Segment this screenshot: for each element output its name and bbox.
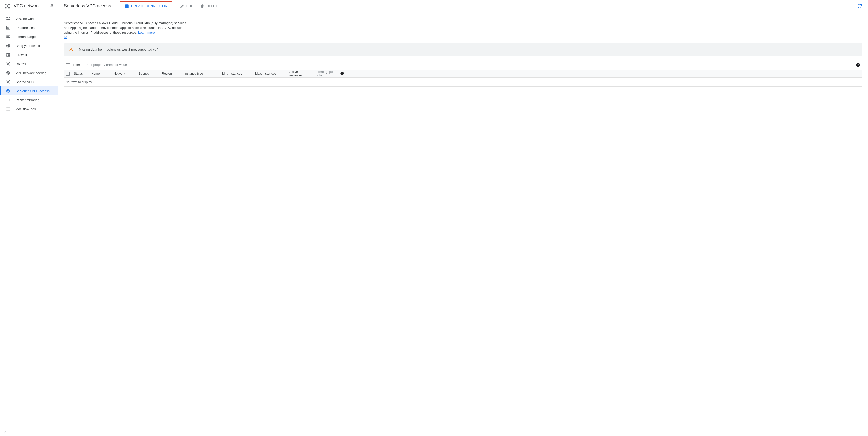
svg-rect-3: [8, 7, 9, 8]
svg-rect-12: [6, 55, 7, 56]
sidebar-item-label: VPC networks: [16, 17, 36, 21]
svg-rect-5: [6, 17, 8, 18]
svg-rect-14: [6, 56, 10, 57]
sidebar: VPC network VPC networks IP addresses In…: [0, 0, 58, 436]
create-connector-button[interactable]: Create Connector: [122, 2, 170, 10]
sidebar-item-label: Shared VPC: [16, 80, 34, 84]
ip-icon: [5, 25, 10, 30]
sidebar-item-serverless-vpc-access[interactable]: Serverless VPC access: [0, 86, 58, 95]
column-active-instances[interactable]: Active instances: [289, 70, 317, 77]
svg-rect-16: [6, 109, 10, 109]
svg-rect-4: [6, 5, 8, 7]
sidebar-item-shared-vpc[interactable]: Shared VPC: [0, 77, 58, 86]
packet-mirroring-icon: [5, 97, 10, 102]
page-title: Serverless VPC access: [64, 3, 111, 8]
sidebar-item-vpc-networks[interactable]: VPC networks: [0, 14, 58, 23]
column-max-instances[interactable]: Max. instances: [255, 72, 289, 75]
sidebar-item-label: Packet mirroring: [16, 98, 39, 102]
refresh-button[interactable]: [857, 3, 863, 9]
description-text: Serverless VPC Access allows Cloud Funct…: [64, 21, 186, 34]
sidebar-item-byoip[interactable]: Bring your own IP: [0, 41, 58, 50]
flow-logs-icon: [5, 106, 10, 112]
filter-help-icon[interactable]: ?: [856, 63, 861, 67]
svg-rect-2: [5, 7, 6, 8]
sidebar-item-label: Bring your own IP: [16, 44, 41, 48]
table-header-row: Status Name Network Subnet Region Instan…: [64, 70, 863, 77]
create-connector-label: Create Connector: [131, 4, 167, 8]
svg-rect-0: [5, 3, 6, 5]
edit-icon: [180, 4, 184, 8]
sidebar-item-packet-mirroring[interactable]: Packet mirroring: [0, 95, 58, 104]
globe-icon: [5, 43, 10, 48]
column-network[interactable]: Network: [114, 72, 138, 75]
svg-rect-11: [8, 53, 10, 54]
svg-rect-6: [6, 19, 10, 20]
svg-rect-13: [8, 55, 10, 56]
sidebar-item-label: Internal ranges: [16, 35, 37, 39]
sidebar-nav: VPC networks IP addresses Internal range…: [0, 12, 58, 428]
warning-banner: Missing data from regions us-west8 (not …: [64, 43, 863, 56]
sidebar-item-label: Serverless VPC access: [16, 89, 50, 93]
throughput-help-icon[interactable]: ?: [340, 71, 344, 76]
toolbar: Serverless VPC access Create Connector E…: [58, 0, 868, 12]
sidebar-header: VPC network: [0, 0, 58, 12]
column-throughput-chart[interactable]: Throughput chart ?: [317, 70, 350, 77]
svg-rect-10: [6, 53, 8, 54]
edit-label: Edit: [186, 4, 194, 8]
internal-ranges-icon: [5, 34, 10, 39]
sidebar-item-ip-addresses[interactable]: IP addresses: [0, 23, 58, 32]
sidebar-item-label: Firewall: [16, 53, 27, 57]
main-content: Serverless VPC access Create Connector E…: [58, 0, 868, 436]
sidebar-item-firewall[interactable]: Firewall: [0, 50, 58, 59]
svg-text:?: ?: [341, 72, 343, 74]
pin-icon[interactable]: [50, 4, 54, 8]
delete-label: Delete: [207, 4, 220, 8]
delete-icon: [200, 4, 205, 8]
create-connector-highlight: Create Connector: [120, 1, 172, 11]
column-instance-type[interactable]: Instance type: [184, 72, 222, 75]
column-subnet[interactable]: Subnet: [138, 72, 162, 75]
edit-button[interactable]: Edit: [177, 2, 197, 10]
filter-icon: [65, 62, 70, 67]
sidebar-title: VPC network: [13, 3, 50, 8]
sidebar-item-label: VPC network peering: [16, 71, 46, 75]
collapse-sidebar-icon[interactable]: [3, 430, 55, 435]
firewall-icon: [5, 52, 10, 57]
subnets-icon: [5, 16, 10, 21]
sidebar-item-flow-logs[interactable]: VPC flow logs: [0, 104, 58, 114]
column-min-instances[interactable]: Min. instances: [222, 72, 255, 75]
column-region[interactable]: Region: [162, 72, 184, 75]
sidebar-item-label: IP addresses: [16, 26, 35, 30]
warning-icon: [69, 48, 73, 52]
table-empty-state: No rows to display: [64, 77, 863, 87]
column-name[interactable]: Name: [91, 72, 114, 75]
content-area: Serverless VPC Access allows Cloud Funct…: [58, 12, 868, 87]
serverless-vpc-icon: [5, 88, 10, 93]
page-description: Serverless VPC Access allows Cloud Funct…: [64, 21, 187, 39]
sidebar-item-label: Routes: [16, 62, 26, 66]
svg-rect-1: [8, 3, 9, 5]
svg-rect-15: [6, 108, 10, 108]
svg-text:?: ?: [858, 63, 859, 66]
sidebar-item-peering[interactable]: VPC network peering: [0, 68, 58, 77]
svg-rect-8: [6, 26, 10, 29]
delete-button[interactable]: Delete: [197, 2, 223, 10]
sidebar-item-label: VPC flow logs: [16, 107, 36, 111]
add-icon: [125, 4, 129, 8]
column-status[interactable]: Status: [74, 72, 91, 75]
peering-icon: [5, 70, 10, 75]
filter-bar: Filter ?: [64, 60, 863, 70]
vpc-network-product-icon: [4, 3, 10, 9]
external-link-icon: [64, 36, 187, 39]
sidebar-item-routes[interactable]: Routes: [0, 59, 58, 68]
select-all-checkbox[interactable]: [65, 71, 74, 75]
filter-input[interactable]: [84, 63, 856, 67]
routes-icon: [5, 61, 10, 66]
svg-rect-7: [8, 17, 10, 18]
svg-rect-17: [6, 110, 10, 111]
sidebar-item-internal-ranges[interactable]: Internal ranges: [0, 32, 58, 41]
warning-text: Missing data from regions us-west8 (not …: [79, 48, 158, 52]
sidebar-footer: [0, 428, 58, 436]
connectors-table: Filter ? Status Name Network Subnet Regi…: [64, 60, 863, 87]
filter-label: Filter: [73, 63, 80, 67]
